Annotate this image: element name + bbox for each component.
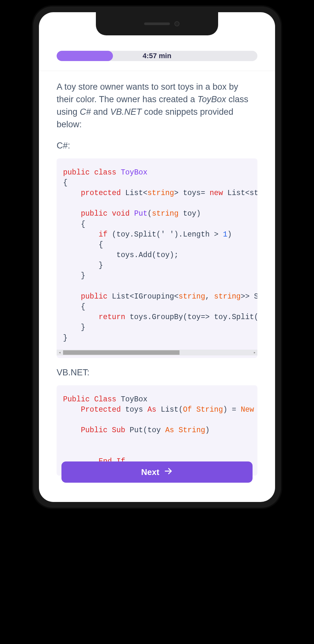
code-kw: Protected <box>81 406 121 414</box>
next-button-label: Next <box>141 467 159 477</box>
progress-fill <box>57 51 113 61</box>
code-text: ) <box>227 230 232 239</box>
code-type: As String <box>165 426 205 434</box>
code-kw: protected <box>81 189 121 197</box>
code-kw: void <box>112 210 130 218</box>
code-text: Put(toy <box>125 426 165 434</box>
divider <box>39 71 275 71</box>
code-text: } <box>63 272 85 280</box>
code-text: ) = <box>223 406 241 414</box>
phone-frame: 4:57 min A toy store owner wants to sort… <box>33 6 281 508</box>
scroll-right-icon[interactable]: ▸ <box>252 350 257 355</box>
content-area: 4:57 min A toy store owner wants to sort… <box>39 12 275 502</box>
phone-screen: 4:57 min A toy store owner wants to sort… <box>39 12 275 502</box>
code-num: 1 <box>223 230 227 239</box>
code-kw: Sub <box>112 426 125 434</box>
code-text: } <box>63 334 68 342</box>
code-kw: public <box>63 168 90 177</box>
code-type: Of String <box>183 406 223 414</box>
question-part: and <box>91 107 110 117</box>
vbnet-label: VB.NET: <box>57 368 257 378</box>
code-text: List< <box>121 189 147 197</box>
code-type: string <box>179 292 205 301</box>
question-container: A toy store owner wants to sort toys in … <box>39 81 275 476</box>
code-text: toys.GroupBy(toy=> toy.Split( <box>125 313 257 321</box>
code-text: List<st <box>223 189 257 197</box>
next-button[interactable]: Next <box>61 461 253 483</box>
horizontal-scrollbar[interactable]: ◂ ▸ <box>57 350 257 355</box>
code-text: { <box>63 303 85 311</box>
code-kw: As <box>147 406 156 414</box>
code-type: New <box>241 406 254 414</box>
scroll-left-icon[interactable]: ◂ <box>57 350 62 355</box>
code-text: > toys= <box>174 189 209 197</box>
timer-text: 4:57 min <box>143 52 171 60</box>
csharp-label: C#: <box>57 141 257 151</box>
code-kw: new <box>210 189 223 197</box>
code-type: string <box>147 189 174 197</box>
code-text: toys <box>121 406 147 414</box>
scrollbar-thumb[interactable] <box>63 350 180 355</box>
code-kw: return <box>98 313 125 321</box>
code-kw: if <box>98 230 107 239</box>
code-text: List( <box>156 406 183 414</box>
code-type: string <box>214 292 241 301</box>
code-kw: Public <box>63 395 90 404</box>
code-content: Public Class ToyBox Protected toys As Li… <box>63 394 251 467</box>
code-kw: public <box>81 210 107 218</box>
code-text: ( <box>147 210 152 218</box>
notch-camera <box>174 21 180 26</box>
csharp-code-block[interactable]: public class ToyBox { protected List<str… <box>57 158 257 358</box>
code-text: toy) <box>179 210 201 218</box>
question-em: ToyBox <box>198 94 226 104</box>
code-kw: public <box>81 292 107 301</box>
progress-bar: 4:57 min <box>57 51 257 61</box>
progress-container: 4:57 min <box>39 51 275 61</box>
code-text: } <box>63 323 85 332</box>
phone-notch <box>96 12 218 35</box>
question-em: VB.NET <box>110 107 142 117</box>
code-text: >> S <box>241 292 257 301</box>
code-type: string <box>152 210 179 218</box>
code-func: Put <box>134 210 147 218</box>
notch-speaker <box>144 22 170 25</box>
code-kw: Public <box>81 426 107 434</box>
code-text: toys.Add(toy); <box>63 251 179 259</box>
code-text: } <box>63 261 103 270</box>
question-em: C# <box>80 107 91 117</box>
code-class: ToyBox <box>121 168 147 177</box>
code-content: public class ToyBox { protected List<str… <box>63 167 251 343</box>
code-kw: Class <box>94 395 116 404</box>
code-text: { <box>63 241 103 249</box>
code-text: , <box>205 292 214 301</box>
code-text: ToyBox <box>116 395 148 404</box>
code-text: List<IGrouping< <box>107 292 179 301</box>
code-text: (toy.Split(' ').Length > <box>107 230 223 239</box>
code-text: { <box>63 179 68 187</box>
question-text: A toy store owner wants to sort toys in … <box>57 81 257 131</box>
code-kw: class <box>94 168 116 177</box>
arrow-right-icon <box>164 467 173 478</box>
code-text: ) <box>205 426 210 434</box>
code-text: { <box>63 220 85 228</box>
